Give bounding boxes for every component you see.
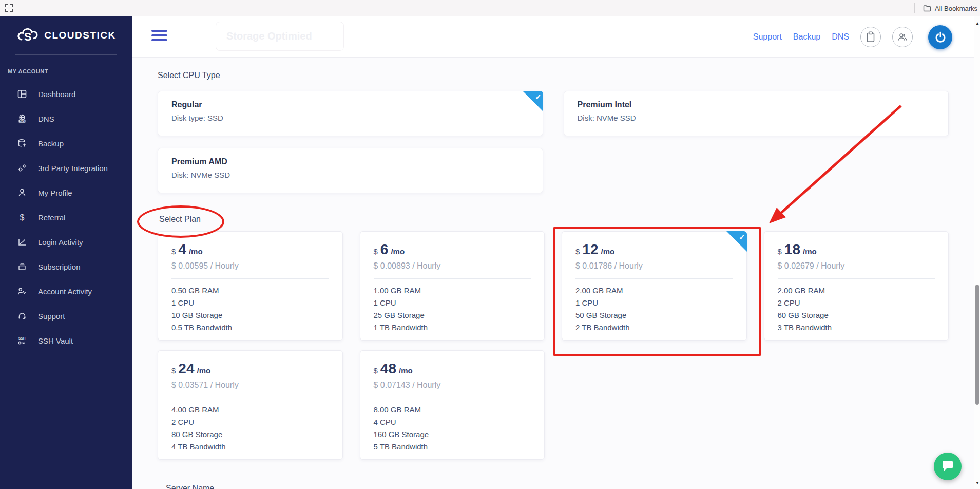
header-link-dns[interactable]: DNS xyxy=(832,32,849,42)
scrollbar-up-arrow[interactable]: ▲ xyxy=(974,21,980,26)
plan-hourly-price: $ 0.00595 / Hourly xyxy=(171,261,329,271)
sidebar-item-label: Account Activity xyxy=(38,287,92,296)
cpu-card-name: Premium AMD xyxy=(171,157,529,166)
cpu-card-premium-intel[interactable]: Premium Intel Disk: NVMe SSD xyxy=(564,91,949,136)
menu-toggle-button[interactable] xyxy=(151,30,167,43)
sidebar-item-subscription[interactable]: Subscription xyxy=(0,254,132,279)
profile-icon xyxy=(17,187,27,198)
sidebar-item-dashboard[interactable]: Dashboard xyxy=(0,82,132,106)
cpu-card-name: Premium Intel xyxy=(578,100,935,109)
sidebar-item-label: Referral xyxy=(38,213,65,222)
plan-hourly-price: $ 0.03571 / Hourly xyxy=(171,381,329,390)
plan-divider xyxy=(171,398,329,398)
plan-price: $4/mo xyxy=(171,242,329,257)
cpu-type-grid: ✓ Regular Disk type: SSD Premium Intel D… xyxy=(158,91,949,193)
plan-spec-ram: 2.00 GB RAM xyxy=(575,285,733,297)
cloudstick-logo-icon: S xyxy=(16,27,40,44)
plan-hourly-price: $ 0.00893 / Hourly xyxy=(374,261,531,271)
plan-card-12-selected[interactable]: ✓ $12/mo $ 0.01786 / Hourly 2.00 GB RAM … xyxy=(562,231,747,341)
dashboard-icon xyxy=(17,89,27,99)
header-actions: Support Backup DNS xyxy=(753,16,952,58)
live-chat-button[interactable] xyxy=(934,453,962,480)
plan-section-title: Select Plan xyxy=(159,215,201,224)
plan-price: $6/mo xyxy=(374,242,531,257)
svg-text:SSH: SSH xyxy=(18,336,26,340)
apps-grid-icon[interactable] xyxy=(5,4,13,12)
plan-price: $12/mo xyxy=(575,242,733,257)
cpu-card-disk: Disk type: SSD xyxy=(171,114,529,122)
plan-card-18[interactable]: $18/mo $ 0.02679 / Hourly 2.00 GB RAM 2 … xyxy=(764,231,949,341)
svg-text:DNS: DNS xyxy=(20,120,25,123)
svg-text:$: $ xyxy=(20,213,25,222)
plan-spec-storage: 160 GB Storage xyxy=(374,428,531,441)
sidebar-section-label: MY ACCOUNT xyxy=(8,68,132,74)
sidebar-item-label: Subscription xyxy=(38,262,81,271)
logout-power-button[interactable] xyxy=(928,25,952,49)
cloudstick-logo[interactable]: S CLOUDSTICK xyxy=(0,16,132,54)
power-icon xyxy=(934,30,947,44)
scrollbar-down-arrow[interactable]: ▼ xyxy=(974,481,980,485)
sidebar-item-backup[interactable]: Backup xyxy=(0,131,132,156)
plan-hourly-price: $ 0.07143 / Hourly xyxy=(374,381,531,390)
chat-icon xyxy=(941,460,954,473)
plan-spec-cpu: 1 CPU xyxy=(575,297,733,309)
cpu-section-title: Select CPU Type xyxy=(158,71,220,80)
cpu-card-premium-amd[interactable]: Premium AMD Disk: NVMe SSD xyxy=(158,148,543,193)
plan-spec-bandwidth: 3 TB Bandwidth xyxy=(778,322,935,334)
plan-card-4[interactable]: $4/mo $ 0.00595 / Hourly 0.50 GB RAM 1 C… xyxy=(158,231,343,341)
browser-bookmarks-bar: All Bookmarks xyxy=(0,0,980,16)
selected-check-corner: ✓ xyxy=(523,91,543,111)
cloudstick-app: All Bookmarks S CLOUDSTICK MY ACCOUNT Da… xyxy=(0,0,980,489)
bookmarks-divider xyxy=(914,3,915,13)
plan-spec-ram: 4.00 GB RAM xyxy=(171,404,329,416)
sidebar-item-label: Login Activity xyxy=(38,238,83,247)
plan-card-6[interactable]: $6/mo $ 0.00893 / Hourly 1.00 GB RAM 1 C… xyxy=(360,231,545,341)
browser-scrollbar[interactable]: ▲ ▼ xyxy=(974,16,980,489)
sidebar-item-support[interactable]: Support xyxy=(0,304,132,328)
all-bookmarks-button[interactable]: All Bookmarks xyxy=(923,0,977,16)
sidebar-item-3rd-party-integration[interactable]: 3rd Party Integration xyxy=(0,156,132,180)
plan-divider xyxy=(171,278,329,279)
plan-card-24[interactable]: $24/mo $ 0.03571 / Hourly 4.00 GB RAM 2 … xyxy=(158,350,343,460)
top-header: Storage Optimied Support Backup DNS xyxy=(132,16,974,58)
sidebar: S CLOUDSTICK MY ACCOUNT Dashboard xyxy=(0,16,132,489)
sidebar-item-label: DNS xyxy=(38,115,54,123)
clipboard-icon xyxy=(866,31,876,43)
main-content: Select CPU Type ✓ Regular Disk type: SSD… xyxy=(132,58,974,489)
plan-spec-ram: 8.00 GB RAM xyxy=(374,404,531,416)
chart-icon xyxy=(17,237,27,247)
scrollbar-thumb[interactable] xyxy=(975,285,979,405)
plan-price: $24/mo xyxy=(171,362,329,376)
plan-hourly-price: $ 0.02679 / Hourly xyxy=(778,261,935,271)
header-link-support[interactable]: Support xyxy=(753,32,782,42)
plan-divider xyxy=(575,278,733,279)
dns-icon: DNS xyxy=(17,114,27,124)
clipboard-button[interactable] xyxy=(860,27,881,47)
sidebar-item-account-activity[interactable]: Account Activity xyxy=(0,279,132,304)
accounts-button[interactable] xyxy=(892,27,913,47)
sidebar-item-ssh-vault[interactable]: SSH SSH Vault xyxy=(0,328,132,353)
sidebar-item-login-activity[interactable]: Login Activity xyxy=(0,230,132,254)
sidebar-item-label: SSH Vault xyxy=(38,336,73,345)
page-title: Storage Optimied xyxy=(226,30,312,42)
sidebar-item-dns[interactable]: DNS DNS xyxy=(0,106,132,131)
sidebar-item-my-profile[interactable]: My Profile xyxy=(0,180,132,205)
plan-price: $48/mo xyxy=(374,362,531,376)
cpu-card-disk: Disk: NVMe SSD xyxy=(171,171,529,179)
header-link-backup[interactable]: Backup xyxy=(793,32,820,42)
plan-divider xyxy=(374,278,531,279)
plan-divider xyxy=(778,278,935,279)
plan-spec-storage: 10 GB Storage xyxy=(171,309,329,322)
account-activity-icon xyxy=(17,286,27,296)
cpu-card-regular[interactable]: ✓ Regular Disk type: SSD xyxy=(158,91,543,136)
folder-icon xyxy=(923,5,931,12)
plan-spec-cpu: 4 CPU xyxy=(374,416,531,428)
sidebar-item-referral[interactable]: $ Referral xyxy=(0,205,132,230)
plan-spec-cpu: 1 CPU xyxy=(171,297,329,309)
plan-spec-ram: 2.00 GB RAM xyxy=(778,285,935,297)
plan-spec-storage: 25 GB Storage xyxy=(374,309,531,322)
selected-check-corner: ✓ xyxy=(726,231,747,252)
plan-card-48[interactable]: $48/mo $ 0.07143 / Hourly 8.00 GB RAM 4 … xyxy=(360,350,545,460)
users-icon xyxy=(897,32,908,42)
sidebar-divider xyxy=(15,54,117,55)
